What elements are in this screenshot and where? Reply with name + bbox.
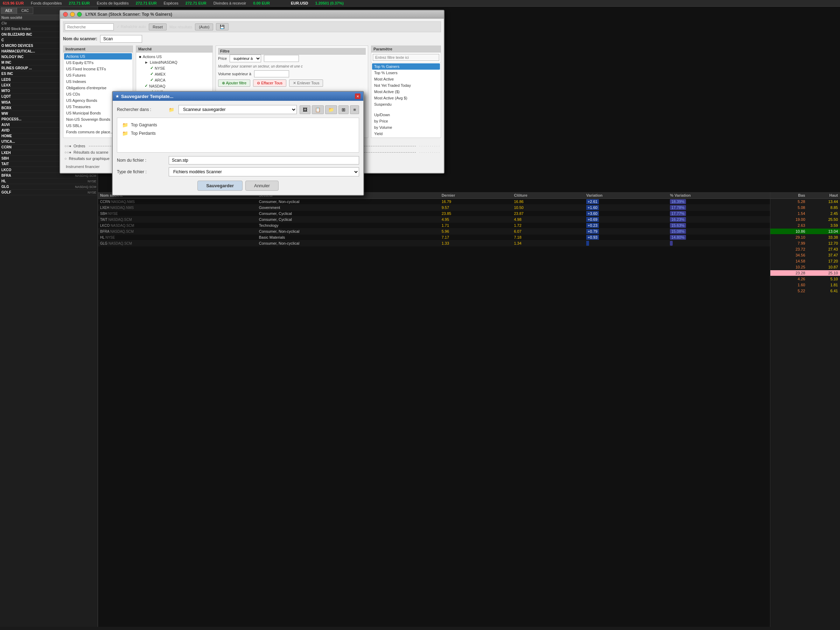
instrument-item-obligations[interactable]: Obligations d'entreprise — [64, 85, 132, 91]
table-row[interactable]: LXEH NASDAQ.NMS Government 9.57 10.50 +1… — [98, 205, 770, 211]
bas-haut-row: 23.7227.43 — [771, 246, 840, 253]
dialog-filetype-select[interactable]: Fichiers modèles Scanner — [169, 167, 359, 177]
bas-haut-row: 7.9912.70 — [771, 240, 840, 246]
save-dialog: ★ Sauvegarder Template... ✕ Rechercher d… — [112, 91, 364, 196]
minimize-button[interactable] — [70, 12, 75, 17]
max-results-selector[interactable]: (Auto) — [195, 24, 213, 30]
instrument-item-us-indexes[interactable]: US Indexes — [64, 78, 132, 85]
parametre-panel: Paramètre Top % Gainers Top % Losers Mos… — [371, 46, 441, 138]
dialog-buttons: Sauvegarder Annuler — [117, 181, 359, 191]
table-row[interactable]: HL NYSE Basic Materials 7.17 7.18 +0.93 … — [98, 235, 770, 240]
list-item[interactable]: GLG NASDAQ.SCM — [0, 184, 98, 190]
dialog-cancel-button[interactable]: Annuler — [245, 181, 279, 191]
market-item-amex[interactable]: ✓ AMEX — [137, 71, 211, 77]
dialog-location-select[interactable]: Scanneur sauvegarder — [178, 105, 297, 114]
bas-haut-row: 5.2813.44 — [771, 199, 840, 205]
param-item-suspendu[interactable]: Suspendu — [372, 101, 440, 107]
dialog-toolbar-btn-4[interactable]: ⊞ — [338, 105, 349, 114]
bas-haut-row: 10.8613.04 — [771, 229, 840, 235]
dialog-toolbar-btn-5[interactable]: ≡ — [350, 105, 359, 114]
dialog-filetype-label: Type de fichier : — [117, 169, 166, 174]
param-item-updown[interactable]: Up/Down — [372, 112, 440, 118]
dialog-filetype-row: Type de fichier : Fichiers modèles Scann… — [117, 167, 359, 177]
dialog-search-row: Rechercher dans : 📁 Scanneur sauvegarder… — [117, 105, 359, 114]
search-input[interactable] — [65, 24, 114, 30]
file-item-top-perdants[interactable]: 📁 Top Perdants — [120, 129, 356, 137]
close-button[interactable] — [63, 12, 68, 17]
dialog-save-button[interactable]: Sauvegarder — [197, 181, 243, 191]
dialog-filename-label: Nom du fichier : — [117, 158, 166, 163]
param-item-most-active-avg[interactable]: Most Active (Avg $) — [372, 95, 440, 101]
val1-red: 619.96 EUR — [3, 1, 24, 5]
filter-buttons-row: ⊕ Ajouter filtre ⊖ Effacer Tous ✕ Enleve… — [218, 79, 366, 87]
bas-haut-row: 19.0025.50 — [771, 217, 840, 223]
list-item[interactable]: GOLF NYSE — [0, 190, 98, 195]
remove-filter-button[interactable]: ✕ Enlever Tous — [289, 79, 323, 87]
market-item-listed-nasdaq[interactable]: ► Listed/NASDAQ — [137, 60, 211, 65]
maximize-button[interactable] — [77, 12, 82, 17]
table-row[interactable]: BFRA NASDAQ.SCM Consumer, Non-cyclical 5… — [98, 229, 770, 235]
instrument-item-actions-us[interactable]: Actions US — [64, 53, 132, 60]
bas-haut-row: 34.5637.47 — [771, 253, 840, 258]
param-item-not-traded[interactable]: Not Yet Traded Today — [372, 82, 440, 88]
filter-panel-header: Filtre — [218, 48, 366, 55]
instrument-panel-header: Instrument — [63, 46, 133, 52]
filter-price-select[interactable]: supérieur à — [230, 55, 261, 62]
scanner-name-label: Nom du scanner: — [63, 36, 97, 41]
instrument-item-us-futures[interactable]: US Futures — [64, 72, 132, 78]
save-toolbar-button[interactable]: 💾 — [216, 23, 229, 30]
bas-haut-row: 2.633.59 — [771, 223, 840, 229]
instrument-item-us-equity-etfs[interactable]: US Equity ETFs — [64, 60, 132, 66]
dialog-body: Rechercher dans : 📁 Scanneur sauvegarder… — [113, 101, 363, 195]
param-item-top-losers[interactable]: Top % Losers — [372, 69, 440, 76]
clear-filters-button[interactable]: ⊖ Effacer Tous — [253, 79, 286, 87]
tab-cac[interactable]: CAC — [17, 7, 33, 14]
market-panel-header: Marché — [136, 46, 212, 52]
filter-volume-row: Volume supérieur à — [218, 70, 366, 77]
add-filter-button[interactable]: ⊕ Ajouter filtre — [218, 79, 250, 87]
reset-button[interactable]: Reset — [149, 24, 167, 30]
bas-haut-row: 1.601.81 — [771, 282, 840, 288]
market-item-arca[interactable]: ✓ ARCA — [137, 77, 211, 83]
folder-icon-gagnants: 📁 — [122, 122, 128, 128]
table-row[interactable]: SBH NYSE Consumer, Cyclical 23.85 23.87 … — [98, 211, 770, 217]
param-item-by-volume[interactable]: by Volume — [372, 124, 440, 131]
scanner-name-input[interactable] — [100, 35, 142, 43]
param-item-most-active-dollar[interactable]: Most Active ($) — [372, 88, 440, 95]
bas-haut-row: 29.1033.38 — [771, 235, 840, 240]
list-item[interactable]: HL NYSE — [0, 178, 98, 184]
dialog-filename-input[interactable] — [169, 156, 359, 164]
filter-price-input[interactable] — [264, 55, 299, 62]
param-item-most-active[interactable]: Most Active — [372, 76, 440, 82]
dialog-filename-row: Nom du fichier : — [117, 156, 359, 164]
filter-volume-input[interactable] — [254, 70, 289, 77]
table-row[interactable]: CCRN NASDAQ.NMS Consumer, Non-cyclical 1… — [98, 199, 770, 205]
instrument-item-us-fixed-income[interactable]: US Fixed Income ETFs — [64, 66, 132, 72]
param-item-yield[interactable]: Yield — [372, 131, 440, 137]
market-item-nyse[interactable]: ✓ NYSE — [137, 65, 211, 71]
scanner-name-row: Nom du scanner: — [63, 35, 441, 43]
dialog-toolbar-btn-2[interactable]: 📋 — [312, 105, 324, 114]
filter-volume-label: Volume supérieur à — [218, 72, 251, 76]
param-item-by-price[interactable]: by Price — [372, 118, 440, 124]
list-item[interactable]: BFRA NASDAQ.SCM — [0, 173, 98, 178]
bas-haut-header: Bas Haut — [771, 192, 840, 199]
bas-haut-row: 10.2510.87 — [771, 264, 840, 270]
dialog-toolbar-btn-1[interactable]: 🖼 — [300, 105, 311, 114]
market-item-nasdaq[interactable]: ✓ NASDAQ — [137, 83, 211, 89]
market-item-actions-us[interactable]: ■ Actions US — [137, 54, 211, 60]
folder-icon-perdants: 📁 — [122, 131, 128, 136]
parametre-search-input[interactable] — [373, 54, 439, 61]
table-row[interactable]: GLG NASDAQ.SCM Consumer, Non-cyclical 1.… — [98, 240, 770, 246]
param-item-top-gainers[interactable]: Top % Gainers — [372, 63, 440, 69]
table-row[interactable]: LKCO NASDAQ.SCM Technology 1.71 1.72 +0.… — [98, 223, 770, 229]
val3-green: 272.71 EUR — [136, 1, 157, 5]
dialog-close-button[interactable]: ✕ — [355, 93, 360, 99]
dialog-toolbar-btn-3[interactable]: 📁 — [325, 105, 337, 114]
tab-aex[interactable]: AEX — [1, 7, 17, 14]
table-row[interactable]: TAIT NASDAQ.SCM Consumer, Cyclical 4.95 … — [98, 217, 770, 223]
bas-haut-row: 5.088.85 — [771, 205, 840, 211]
file-item-top-gagnants[interactable]: 📁 Top Gagnants — [120, 121, 356, 129]
parametre-panel-header: Paramètre — [371, 46, 441, 52]
market-check-icon: ■ — [139, 55, 141, 59]
